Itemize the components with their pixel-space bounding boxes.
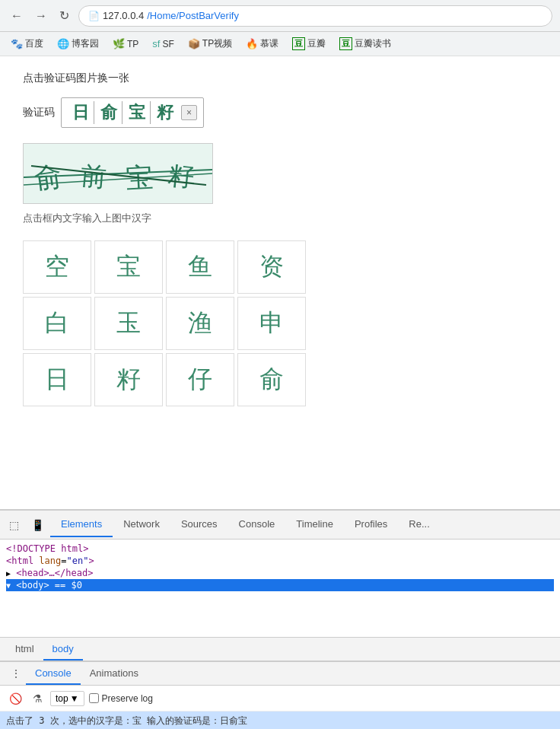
captcha-chars: 日 俞 宝 籽 — [68, 101, 178, 124]
url-prefix: 127.0.0.4 — [103, 10, 144, 21]
bottom-tabs: html body — [0, 637, 560, 661]
char-cell-yu[interactable]: 鱼 — [166, 240, 234, 294]
elements-panel: <!DOCTYPE html> <html lang="en"> ▶ <head… — [0, 540, 560, 637]
devtools-panel: ⬚ 📱 Elements Network Sources Console Tim… — [0, 509, 560, 729]
douban-books-icon: 豆 — [339, 37, 352, 50]
tp-icon: 🌿 — [113, 38, 125, 49]
breadcrumb-html[interactable]: html — [6, 638, 43, 661]
char-cell-shen[interactable]: 申 — [237, 297, 306, 350]
tab-network[interactable]: Network — [113, 512, 170, 537]
bookmark-label: 慕课 — [260, 37, 278, 50]
bookmark-sf[interactable]: sf SF — [148, 37, 178, 51]
captcha-hint: 点击框内文字输入上图中汉字 — [23, 212, 537, 225]
char-cell-jade[interactable]: 玉 — [94, 297, 163, 350]
clear-console-button[interactable]: 🚫 — [6, 691, 25, 706]
bookmark-douban[interactable]: 豆 豆瓣 — [288, 36, 330, 52]
mobile-toggle-button[interactable]: 📱 — [25, 514, 50, 536]
mooc-icon: 🔥 — [246, 38, 258, 49]
console-section: ⋮ Console Animations 🚫 ⚗ top ▼ Preserve … — [0, 661, 560, 729]
preserve-log-text: Preserve log — [102, 693, 153, 704]
captcha-image[interactable]: 俞 前 宝 籽 — [23, 143, 213, 204]
filter-dropdown[interactable]: top ▼ — [50, 691, 84, 706]
captcha-char-3: 宝 — [124, 101, 151, 124]
reload-button[interactable]: ↻ — [56, 7, 72, 24]
tab-console-bottom[interactable]: Console — [26, 663, 81, 685]
captcha-input-row: 验证码 日 俞 宝 籽 × — [23, 97, 537, 128]
bookmark-douban-books[interactable]: 豆 豆瓣读书 — [335, 36, 396, 52]
char-cell-bai[interactable]: 白 — [23, 297, 91, 350]
address-bar[interactable]: 📄 127.0.0.4 /Home/PostBarVerify — [78, 5, 552, 27]
bookmark-label: 豆瓣读书 — [355, 37, 391, 50]
bookmarks-bar: 🐾 百度 🌐 博客园 🌿 TP sf SF 📦 TP视频 🔥 慕课 豆 豆瓣 豆… — [0, 32, 560, 56]
bookmark-baidu[interactable]: 🐾 百度 — [6, 36, 48, 52]
html-line-body[interactable]: ▼ <body> == $0 — [6, 579, 554, 591]
preserve-log-label[interactable]: Preserve log — [89, 693, 153, 704]
console-output: 点击了 3 次，选中的汉字是：宝 输入的验证码是：日俞宝 点击了 4 次，选中的… — [0, 711, 560, 729]
bookmark-label: TP视频 — [202, 37, 232, 50]
browser-toolbar: ← → ↻ 📄 127.0.0.4 /Home/PostBarVerify — [0, 0, 560, 32]
tpvideo-icon: 📦 — [188, 38, 200, 49]
html-line-doctype: <!DOCTYPE html> — [6, 543, 554, 555]
console-more-icon[interactable]: ⋮ — [6, 667, 26, 680]
captcha-char-1: 日 — [68, 101, 94, 124]
tab-more[interactable]: Re... — [398, 512, 440, 537]
char-cell-zai[interactable]: 仔 — [166, 353, 234, 406]
console-line-1: 点击了 3 次，选中的汉字是：宝 输入的验证码是：日俞宝 — [0, 711, 560, 729]
sf-icon: sf — [152, 38, 160, 49]
bookmark-cnblogs[interactable]: 🌐 博客园 — [52, 36, 103, 52]
douban-icon: 豆 — [292, 37, 305, 50]
preserve-log-checkbox[interactable] — [89, 693, 99, 703]
html-line-head[interactable]: ▶ <head>…</head> — [6, 567, 554, 579]
char-cell-ri[interactable]: 日 — [23, 353, 91, 406]
cnblogs-icon: 🌐 — [57, 38, 69, 49]
captcha-field: 日 俞 宝 籽 × — [61, 97, 204, 128]
breadcrumb-body[interactable]: body — [43, 638, 83, 661]
bookmark-label: 豆瓣 — [307, 37, 326, 50]
bookmark-label: 百度 — [25, 37, 43, 50]
char-cell-kong[interactable]: 空 — [23, 240, 91, 294]
page-icon: 📄 — [88, 11, 100, 21]
char-grid: 空 宝 鱼 资 白 玉 渔 申 日 籽 仔 俞 — [23, 240, 537, 406]
console-toolbar: 🚫 ⚗ top ▼ Preserve log — [0, 686, 560, 711]
char-cell-yu2[interactable]: 俞 — [237, 353, 306, 406]
captcha-label: 验证码 — [23, 106, 55, 119]
devtools-tabs: ⬚ 📱 Elements Network Sources Console Tim… — [0, 511, 560, 540]
bookmark-tp[interactable]: 🌿 TP — [108, 37, 143, 51]
tab-sources[interactable]: Sources — [170, 512, 228, 537]
baidu-icon: 🐾 — [11, 38, 23, 49]
tab-animations[interactable]: Animations — [81, 663, 148, 685]
char-cell-bao[interactable]: 宝 — [94, 240, 163, 294]
tab-console[interactable]: Console — [228, 512, 286, 537]
svg-text:籽: 籽 — [167, 161, 196, 192]
element-picker-button[interactable]: ⬚ — [3, 514, 25, 536]
bookmark-label: 博客园 — [72, 37, 99, 50]
captcha-title[interactable]: 点击验证码图片换一张 — [23, 72, 537, 85]
char-cell-zi[interactable]: 资 — [237, 240, 306, 294]
captcha-char-2: 俞 — [96, 101, 123, 124]
svg-text:前: 前 — [80, 161, 108, 192]
filter-label: top — [56, 693, 68, 704]
captcha-char-4: 籽 — [152, 101, 178, 124]
forward-button[interactable]: → — [32, 8, 50, 24]
bookmark-tpvideo[interactable]: 📦 TP视频 — [183, 36, 237, 52]
bookmark-label: TP — [127, 39, 138, 49]
char-cell-zi2[interactable]: 籽 — [94, 353, 163, 406]
dropdown-arrow-icon: ▼ — [70, 693, 79, 704]
tab-profiles[interactable]: Profiles — [344, 512, 398, 537]
back-button[interactable]: ← — [8, 8, 26, 24]
console-tabs: ⋮ Console Animations — [0, 661, 560, 686]
html-line-html[interactable]: <html lang="en"> — [6, 555, 554, 567]
url-path: /Home/PostBarVerify — [147, 10, 239, 21]
bookmark-label: SF — [162, 39, 173, 49]
clear-button[interactable]: × — [181, 105, 197, 120]
tab-timeline[interactable]: Timeline — [285, 512, 344, 537]
page-content: 点击验证码图片换一张 验证码 日 俞 宝 籽 × 俞 前 宝 籽 点击框内文 — [0, 56, 560, 509]
char-cell-fishing[interactable]: 渔 — [166, 297, 234, 350]
tab-elements[interactable]: Elements — [50, 512, 113, 537]
filter-icon-button[interactable]: ⚗ — [30, 691, 46, 706]
captcha-svg: 俞 前 宝 籽 — [24, 143, 212, 204]
bookmark-mooc[interactable]: 🔥 慕课 — [241, 36, 283, 52]
